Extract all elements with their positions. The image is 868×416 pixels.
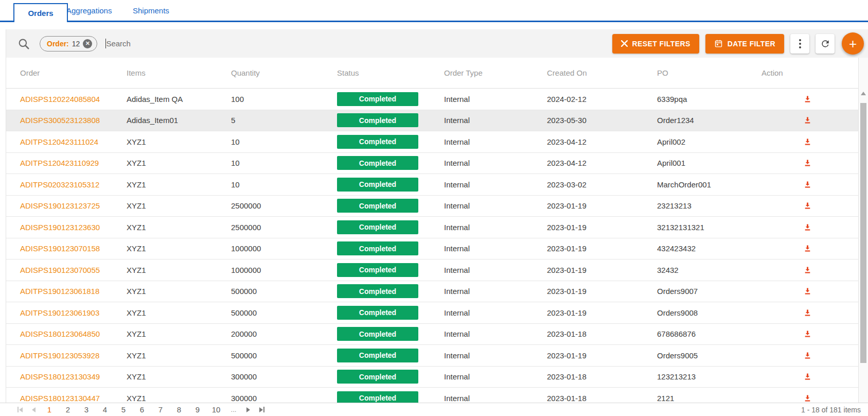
order-id-link[interactable]: ADISPS190123070158 (20, 244, 100, 253)
table-row[interactable]: ADITPS120423111024 XYZ1 10 Completed Int… (6, 131, 868, 153)
download-button[interactable] (802, 179, 813, 190)
table-row[interactable]: ADITPS190123061903 XYZ1 500000 Completed… (6, 302, 868, 324)
search-input[interactable] (106, 39, 612, 48)
table-row[interactable]: ADISPS190123123725 XYZ1 2500000 Complete… (6, 196, 868, 217)
table-row[interactable]: ADISPS120224085804 Adidas_Item QA 100 Co… (6, 89, 868, 110)
created-on-cell: 2023-05-30 (547, 116, 657, 125)
column-header-quantity[interactable]: Quantity (231, 68, 337, 77)
column-header-status[interactable]: Status (337, 68, 444, 77)
last-page-button[interactable] (258, 406, 265, 413)
order-id-link[interactable]: ADISPS180123130447 (20, 394, 100, 403)
download-button[interactable] (802, 350, 813, 361)
pagination-bar: 1 2 3 4 5 6 7 8 9 10 ... 1 - 18 of 181 i… (0, 403, 868, 416)
pager-ellipsis[interactable]: ... (229, 406, 238, 413)
table-row[interactable]: ADISPS180123130349 XYZ1 300000 Completed… (6, 367, 868, 388)
download-button[interactable] (802, 371, 813, 382)
items-cell: XYZ1 (127, 266, 231, 274)
download-button[interactable] (802, 393, 813, 404)
order-id-link[interactable]: ADISPS300523123808 (20, 116, 100, 125)
page-number[interactable]: 6 (136, 405, 148, 414)
table-row[interactable]: ADISPS190123070158 XYZ1 1000000 Complete… (6, 238, 868, 260)
quantity-cell: 10 (231, 137, 337, 146)
status-badge: Completed (337, 199, 418, 213)
table-row[interactable]: ADITPS190123061818 XYZ1 500000 Completed… (6, 281, 868, 303)
filter-chip-order[interactable]: Order: 12 ✕ (40, 36, 97, 51)
column-header-order[interactable]: Order (6, 68, 127, 77)
page-number[interactable]: 7 (155, 405, 166, 414)
order-id-link[interactable]: ADISPS190123123725 (20, 201, 100, 210)
order-id-link[interactable]: ADITPS020323105312 (20, 180, 99, 189)
order-id-link[interactable]: ADISPS120224085804 (20, 95, 100, 103)
page-number[interactable]: 9 (192, 405, 203, 414)
download-icon (803, 116, 812, 125)
download-button[interactable] (802, 265, 813, 275)
tab-shipments[interactable]: Shipments (133, 6, 169, 15)
page-number[interactable]: 5 (118, 405, 129, 414)
order-id-link[interactable]: ADITPS120423111024 (20, 137, 98, 146)
order-id-link[interactable]: ADITPS190123061818 (20, 287, 99, 296)
order-id-link[interactable]: ADISPS190123123630 (20, 223, 100, 232)
refresh-icon (820, 39, 830, 49)
order-id-link[interactable]: ADISPS180123130349 (20, 372, 100, 381)
quantity-cell: 5 (231, 116, 337, 125)
download-button[interactable] (802, 94, 813, 105)
po-cell: 23213213 (657, 201, 761, 210)
table-row[interactable]: ADISPS190123123630 XYZ1 2500000 Complete… (6, 217, 868, 238)
table-row[interactable]: ADISPS180123064850 XYZ1 200000 Completed… (6, 324, 868, 345)
page-number[interactable]: 3 (81, 405, 92, 414)
download-button[interactable] (802, 222, 813, 233)
order-id-link[interactable]: ADITPS120423110929 (20, 159, 99, 167)
table-row[interactable]: ADITPS190123053928 XYZ1 500000 Completed… (6, 345, 868, 367)
date-filter-button[interactable]: DATE FILTER (705, 34, 784, 54)
quantity-cell: 300000 (231, 372, 337, 381)
download-button[interactable] (802, 286, 813, 297)
page-number[interactable]: 8 (173, 405, 185, 414)
order-type-cell: Internal (444, 95, 547, 103)
refresh-button[interactable] (816, 34, 835, 54)
column-header-order-type[interactable]: Order Type (444, 68, 547, 77)
order-id-link[interactable]: ADISPS180123064850 (20, 330, 100, 338)
more-options-button[interactable] (790, 34, 809, 54)
first-page-button[interactable] (16, 406, 24, 413)
scroll-up-icon[interactable] (861, 92, 866, 95)
items-cell: XYZ1 (127, 159, 231, 167)
download-button[interactable] (802, 158, 813, 168)
order-id-link[interactable]: ADITPS190123061903 (20, 308, 99, 317)
download-icon (803, 330, 812, 338)
page-number[interactable]: 2 (62, 405, 74, 414)
reset-filters-button[interactable]: RESET FILTERS (612, 34, 699, 54)
items-cell: XYZ1 (127, 351, 231, 360)
order-type-cell: Internal (444, 394, 547, 403)
page-number[interactable]: 10 (210, 405, 222, 414)
download-button[interactable] (802, 136, 813, 147)
previous-page-button[interactable] (31, 406, 37, 413)
page-number[interactable]: 1 (44, 405, 55, 414)
table-row[interactable]: ADITPS020323105312 XYZ1 10 Completed Int… (6, 174, 868, 196)
page-number[interactable]: 4 (99, 405, 111, 414)
download-button[interactable] (802, 200, 813, 211)
pager: 1 2 3 4 5 6 7 8 9 10 ... (16, 405, 265, 414)
quantity-cell: 300000 (231, 394, 337, 403)
chip-close-icon[interactable]: ✕ (83, 39, 92, 48)
tab-orders[interactable]: Orders (13, 3, 68, 22)
status-badge: Completed (337, 327, 418, 341)
download-button[interactable] (802, 328, 813, 339)
table-row[interactable]: ADISPS300523123808 Adidas_Item01 5 Compl… (6, 110, 868, 132)
order-id-link[interactable]: ADITPS190123053928 (20, 351, 99, 360)
next-page-button[interactable] (245, 406, 251, 413)
add-button[interactable]: + (842, 32, 864, 55)
download-button[interactable] (802, 243, 813, 254)
table-row[interactable]: ADITPS120423110929 XYZ1 10 Completed Int… (6, 153, 868, 175)
column-header-items[interactable]: Items (127, 68, 231, 77)
column-header-po[interactable]: PO (657, 68, 761, 77)
created-on-cell: 2023-01-18 (547, 330, 657, 338)
download-button[interactable] (802, 115, 813, 126)
column-header-created-on[interactable]: Created On (547, 68, 657, 77)
quantity-cell: 500000 (231, 287, 337, 296)
reset-x-icon (621, 40, 628, 47)
scrollbar-thumb[interactable] (860, 103, 866, 363)
order-id-link[interactable]: ADISPS190123070055 (20, 266, 100, 274)
tab-aggregations[interactable]: Aggregations (66, 6, 112, 15)
download-button[interactable] (802, 307, 813, 318)
table-row[interactable]: ADISPS190123070055 XYZ1 1000000 Complete… (6, 259, 868, 281)
